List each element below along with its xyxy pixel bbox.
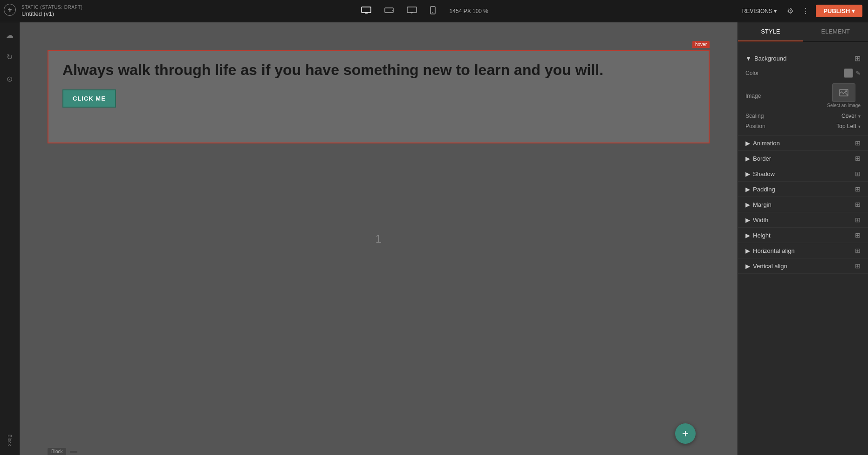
image-label: Image — [745, 93, 761, 99]
left-sidebar: + ☁ ↻ ⊙ Block — [0, 22, 20, 455]
doc-title: Untitled (v1) — [21, 10, 82, 17]
color-value: ✎ — [844, 68, 861, 78]
section-padding[interactable]: ▶ Padding ⊞ — [738, 182, 868, 197]
tab-style[interactable]: STYLE — [738, 22, 803, 41]
background-triangle-icon: ▼ — [745, 55, 752, 62]
scaling-label: Scaling — [745, 113, 764, 119]
height-expand-icon[interactable]: ⊞ — [855, 231, 861, 239]
svg-rect-4 — [407, 7, 417, 13]
page-block[interactable]: hover Always walk through life as if you… — [48, 50, 710, 143]
border-title: ▶ Border — [745, 155, 771, 162]
section-background-title: ▼ Background — [745, 55, 786, 62]
margin-triangle: ▶ — [745, 201, 750, 208]
section-width[interactable]: ▶ Width ⊞ — [738, 212, 868, 228]
shadow-triangle: ▶ — [745, 170, 750, 177]
right-panel: STYLE ELEMENT ▼ Background ⊞ Color — [738, 22, 868, 455]
horizontal-align-expand-icon[interactable]: ⊞ — [855, 247, 861, 254]
property-color: Color ✎ — [745, 66, 861, 81]
image-picker: Select an image — [827, 83, 861, 108]
section-border[interactable]: ▶ Border ⊞ — [738, 151, 868, 166]
image-placeholder[interactable] — [832, 83, 855, 102]
property-position: Position Top Left ▾ — [745, 121, 861, 131]
quote-text: Always walk through life as if you have … — [48, 51, 709, 89]
width-expand-icon[interactable]: ⊞ — [855, 216, 861, 224]
margin-expand-icon[interactable]: ⊞ — [855, 201, 861, 208]
section-horizontal-align[interactable]: ▶ Horizontal align ⊞ — [738, 243, 868, 258]
section-margin[interactable]: ▶ Margin ⊞ — [738, 197, 868, 212]
bottom-block-label: Block — [7, 431, 12, 449]
padding-expand-icon[interactable]: ⊞ — [855, 185, 861, 193]
width-title: ▶ Width — [745, 217, 768, 224]
horizontal-align-title: ▶ Horizontal align — [745, 247, 795, 254]
animation-triangle: ▶ — [745, 140, 750, 147]
bottom-label-block: Block — [48, 448, 66, 455]
section-background: ▼ Background ⊞ Color ✎ Image — [738, 48, 868, 136]
topbar-center: 1454 PX 100 % — [114, 4, 733, 18]
vertical-align-expand-icon[interactable]: ⊞ — [855, 262, 861, 270]
shadow-expand-icon[interactable]: ⊞ — [855, 170, 861, 177]
revisions-button[interactable]: REVISIONS ▾ — [738, 6, 781, 16]
topbar-right: REVISIONS ▾ ⚙ ⋮ PUBLISH ▾ — [738, 5, 862, 17]
animation-title: ▶ Animation — [745, 140, 780, 147]
doc-info: STATIC (STATUS: DRAFT) Untitled (v1) — [21, 5, 82, 17]
publish-button[interactable]: PUBLISH ▾ — [816, 5, 862, 17]
padding-triangle: ▶ — [745, 186, 750, 193]
canvas-area[interactable]: hover Always walk through life as if you… — [20, 22, 738, 455]
topbar-left: ← STATIC (STATUS: DRAFT) Untitled (v1) — [6, 4, 108, 18]
horizontal-align-triangle: ▶ — [745, 247, 750, 254]
panel-body: ▼ Background ⊞ Color ✎ Image — [738, 42, 868, 455]
section-shadow[interactable]: ▶ Shadow ⊞ — [738, 166, 868, 182]
section-animation[interactable]: ▶ Animation ⊞ — [738, 136, 868, 151]
shadow-title: ▶ Shadow — [745, 170, 775, 177]
position-label: Position — [745, 123, 765, 129]
scaling-dropdown[interactable]: Cover ▾ — [841, 113, 861, 119]
section-vertical-align[interactable]: ▶ Vertical align ⊞ — [738, 258, 868, 274]
settings-icon[interactable]: ⚙ — [785, 5, 795, 17]
svg-rect-0 — [362, 7, 371, 13]
property-image: Image Select an image — [745, 81, 861, 111]
svg-rect-1 — [365, 13, 368, 14]
color-label: Color — [745, 70, 759, 76]
main-area: + ☁ ↻ ⊙ Block hover Always walk through … — [0, 22, 868, 455]
section-height[interactable]: ▶ Height ⊞ — [738, 228, 868, 243]
page-number: 1 — [376, 232, 382, 245]
animation-expand-icon[interactable]: ⊞ — [855, 139, 861, 147]
border-expand-icon[interactable]: ⊞ — [855, 155, 861, 162]
device-tablet-landscape-icon[interactable] — [382, 5, 396, 18]
sidebar-refresh-icon[interactable]: ↻ — [4, 50, 15, 64]
add-floating-button[interactable]: + — [675, 423, 696, 444]
block-hover-badge: hover — [692, 41, 710, 48]
sidebar-cloud-icon[interactable]: ☁ — [3, 28, 16, 42]
device-monitor-icon[interactable] — [404, 5, 420, 18]
margin-title: ▶ Margin — [745, 201, 772, 208]
color-swatch[interactable] — [844, 68, 853, 78]
color-edit-icon[interactable]: ✎ — [856, 70, 861, 76]
click-me-button[interactable]: CLICK ME — [62, 89, 116, 108]
svg-rect-2 — [385, 8, 393, 13]
position-dropdown-arrow: ▾ — [858, 124, 861, 129]
topbar: ← STATIC (STATUS: DRAFT) Untitled (v1) 1… — [0, 0, 868, 22]
property-scaling: Scaling Cover ▾ — [745, 111, 861, 121]
tab-element[interactable]: ELEMENT — [803, 22, 868, 41]
bottom-label-block2 — [70, 451, 77, 453]
device-mobile-icon[interactable] — [427, 4, 438, 18]
bottom-label-bar: Block — [48, 448, 77, 455]
more-options-icon[interactable]: ⋮ — [800, 5, 811, 17]
background-expand-icon[interactable]: ⊞ — [854, 54, 861, 63]
position-dropdown[interactable]: Top Left ▾ — [836, 123, 861, 129]
section-background-header[interactable]: ▼ Background ⊞ — [745, 51, 861, 66]
select-image-label: Select an image — [827, 103, 861, 108]
sidebar-history-icon[interactable]: ⊙ — [4, 72, 15, 86]
device-desktop-icon[interactable] — [358, 5, 374, 18]
height-title: ▶ Height — [745, 232, 771, 239]
doc-status: STATIC (STATUS: DRAFT) — [21, 5, 82, 10]
scaling-dropdown-arrow: ▾ — [858, 114, 861, 119]
height-triangle: ▶ — [745, 232, 750, 239]
border-triangle: ▶ — [745, 155, 750, 162]
panel-tabs: STYLE ELEMENT — [738, 22, 868, 42]
svg-point-10 — [845, 90, 847, 92]
vertical-align-triangle: ▶ — [745, 263, 750, 270]
zoom-info: 1454 PX 100 % — [450, 8, 488, 14]
padding-title: ▶ Padding — [745, 186, 775, 193]
vertical-align-title: ▶ Vertical align — [745, 263, 787, 270]
